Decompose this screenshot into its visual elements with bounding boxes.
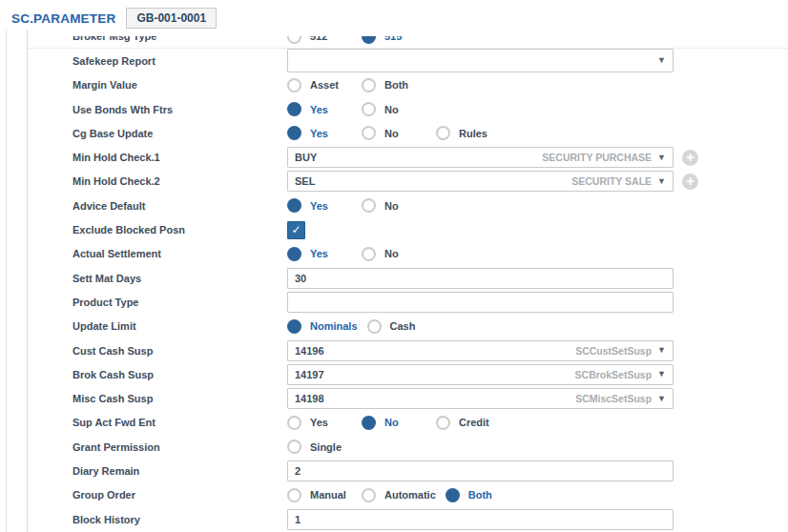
- radio-option-credit[interactable]: Credit: [436, 416, 510, 430]
- add-value-button[interactable]: +: [682, 150, 698, 166]
- radio-selected-icon: [287, 247, 301, 261]
- form-row-safekeep-report: Safekeep Report▼: [28, 49, 788, 72]
- form-body: Broker Msg Type512515Safekeep Report▼Mar…: [28, 36, 788, 531]
- radio-option-label: No: [384, 248, 408, 259]
- radio-option-yes[interactable]: Yes: [287, 247, 362, 261]
- text-input-sett-mat-days[interactable]: [295, 269, 666, 288]
- field-control: [287, 460, 674, 481]
- form-row-min-hold-check-2: Min Hold Check.2SECURITY SALE▼+: [28, 170, 788, 194]
- radio-option-single[interactable]: Single: [287, 440, 362, 454]
- plus-icon: +: [686, 174, 694, 188]
- combo-field: SECURITY SALE▼: [287, 171, 674, 192]
- combo-input-min-hold-check-2[interactable]: [295, 172, 571, 191]
- field-label: Group Order: [73, 489, 287, 501]
- field-label: Sett Mat Days: [73, 273, 287, 284]
- form-row-cg-base-update: Cg Base UpdateYesNoRules: [28, 121, 788, 145]
- radio-group: ManualAutomaticBoth: [287, 488, 520, 502]
- radio-option-both[interactable]: Both: [446, 488, 520, 502]
- radio-option-label: Single: [310, 441, 351, 453]
- dropdown-arrow-icon[interactable]: ▼: [657, 395, 666, 403]
- radio-option-rules[interactable]: Rules: [436, 126, 510, 140]
- field-label: Exclude Blocked Posn: [73, 224, 287, 235]
- radio-option-yes[interactable]: Yes: [287, 126, 362, 140]
- text-input-diary-remain[interactable]: [295, 461, 666, 481]
- radio-option-label: 515: [384, 36, 411, 42]
- radio-option-no[interactable]: No: [362, 126, 436, 140]
- radio-option-label: Manual: [310, 489, 356, 501]
- text-field: [287, 460, 674, 481]
- radio-option-label: Both: [384, 79, 418, 91]
- select-field[interactable]: ▼: [287, 49, 674, 72]
- dropdown-arrow-icon[interactable]: ▼: [657, 56, 666, 65]
- radio-unselected-icon: [362, 102, 376, 116]
- field-control: [287, 509, 674, 530]
- field-control: SECURITY PURCHASE▼+: [287, 147, 698, 168]
- combo-input-cust-cash-susp[interactable]: [295, 341, 575, 360]
- radio-selected-icon: [287, 198, 301, 213]
- dropdown-arrow-icon[interactable]: ▼: [657, 346, 666, 355]
- radio-group: YesNo: [287, 198, 436, 213]
- radio-option-automatic[interactable]: Automatic: [362, 488, 446, 502]
- field-control: YesNo: [287, 198, 436, 213]
- radio-group: YesNo: [287, 247, 436, 261]
- radio-option-label: Yes: [310, 200, 338, 212]
- radio-option-no[interactable]: No: [362, 198, 436, 213]
- field-control: SCBrokSetSusp▼: [287, 364, 674, 385]
- radio-unselected-icon: [362, 488, 376, 502]
- radio-option-512[interactable]: 512: [287, 36, 362, 44]
- radio-selected-icon: [287, 319, 301, 334]
- radio-option-yes[interactable]: Yes: [287, 198, 362, 213]
- page-title: SC.PARAMETER: [11, 11, 115, 26]
- radio-group: YesNoRules: [287, 126, 510, 140]
- radio-unselected-icon: [436, 126, 450, 140]
- radio-option-nominals[interactable]: Nominals: [287, 319, 367, 334]
- form-row-broker-msg-type: Broker Msg Type512515: [28, 36, 788, 49]
- text-input-product-type[interactable]: [295, 293, 666, 312]
- combo-input-min-hold-check-1[interactable]: [295, 148, 542, 167]
- field-label: Min Hold Check.2: [73, 175, 287, 187]
- form-row-min-hold-check-1: Min Hold Check.1SECURITY PURCHASE▼+: [28, 145, 788, 169]
- field-control: YesNo: [287, 102, 436, 116]
- radio-option-label: Yes: [310, 128, 338, 139]
- dropdown-arrow-icon[interactable]: ▼: [657, 177, 666, 186]
- checkbox-checked[interactable]: ✓: [287, 221, 305, 239]
- radio-option-yes[interactable]: Yes: [287, 102, 362, 116]
- field-control: YesNoRules: [287, 126, 510, 140]
- add-value-button[interactable]: +: [682, 174, 698, 190]
- dropdown-arrow-icon[interactable]: ▼: [657, 153, 666, 162]
- radio-group: 512515: [287, 36, 436, 44]
- radio-option-yes[interactable]: Yes: [287, 416, 362, 430]
- dropdown-arrow-icon[interactable]: ▼: [657, 370, 666, 379]
- field-control: SCMiscSetSusp▼: [287, 388, 674, 409]
- field-control: SCCustSetSusp▼: [287, 340, 674, 361]
- form-row-use-bonds-wth-ftrs: Use Bonds Wth FtrsYesNo: [28, 97, 788, 121]
- field-label: Cust Cash Susp: [73, 345, 287, 357]
- radio-unselected-icon: [362, 247, 376, 261]
- radio-option-no[interactable]: No: [362, 247, 436, 261]
- combo-field: SCCustSetSusp▼: [287, 340, 674, 361]
- radio-option-no[interactable]: No: [362, 416, 436, 430]
- combo-input-misc-cash-susp[interactable]: [295, 389, 575, 408]
- radio-option-515[interactable]: 515: [362, 36, 436, 44]
- field-control: NominalsCash: [287, 319, 442, 334]
- checkmark-icon: ✓: [291, 224, 301, 235]
- field-label: Safekeep Report: [73, 55, 287, 67]
- radio-option-label: No: [384, 200, 408, 212]
- text-input-block-history[interactable]: [295, 510, 666, 529]
- field-label: Use Bonds Wth Ftrs: [73, 104, 287, 115]
- radio-group: NominalsCash: [287, 319, 442, 334]
- radio-option-no[interactable]: No: [362, 102, 436, 116]
- radio-selected-icon: [287, 126, 301, 140]
- combo-field: SCMiscSetSusp▼: [287, 388, 674, 409]
- form-row-sett-mat-days: Sett Mat Days: [28, 266, 788, 290]
- radio-option-cash[interactable]: Cash: [367, 319, 442, 334]
- radio-option-manual[interactable]: Manual: [287, 488, 362, 502]
- field-control: 512515: [287, 36, 436, 44]
- radio-option-asset[interactable]: Asset: [287, 78, 362, 92]
- field-label: Grant Permission: [73, 441, 287, 453]
- combo-input-brok-cash-susp[interactable]: [295, 365, 575, 384]
- field-label: Actual Settlement: [73, 248, 287, 259]
- radio-option-both[interactable]: Both: [362, 78, 436, 92]
- field-label: Min Hold Check.1: [73, 152, 287, 163]
- radio-unselected-icon: [436, 416, 450, 430]
